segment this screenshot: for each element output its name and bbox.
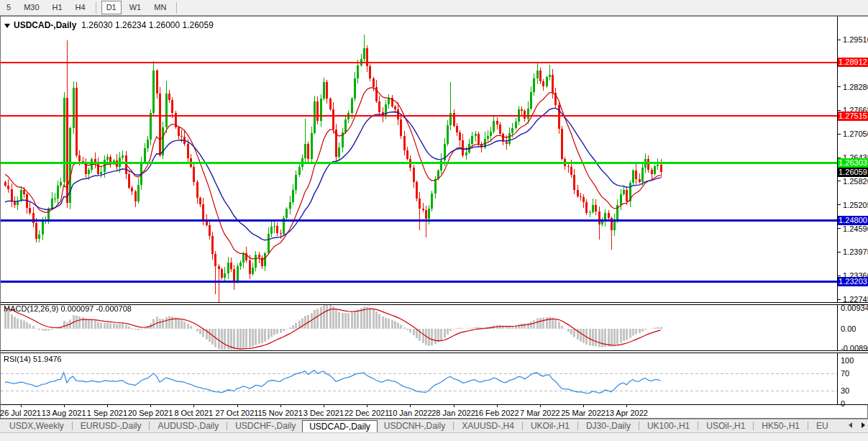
date-label: 15 Nov 2021 [257, 409, 302, 417]
date-tick [64, 405, 65, 407]
price-tick: 1.25205 [838, 200, 868, 209]
date-tick [583, 405, 584, 407]
timeframe-button-d1[interactable]: D1 [101, 1, 122, 14]
rsi-value: 51.9476 [33, 355, 62, 363]
date-label: 13 Apr 2022 [606, 409, 648, 417]
chart-tab-usdcnh-daily[interactable]: USDCNH-,Daily [378, 420, 452, 432]
toolbar-separator [176, 2, 177, 14]
date-label: 26 Jul 2021 [0, 409, 41, 417]
rsi-name: RSI(14) [4, 355, 31, 363]
macd-indicator-label: MACD(12,26,9) 0.000097 -0.000708 [4, 304, 132, 313]
date-label: 20 Sep 2021 [128, 409, 173, 417]
price-chart-canvas[interactable] [1, 17, 837, 405]
price-badge-1-28912: 1.28912 [838, 58, 868, 67]
date-tick [150, 405, 151, 407]
timeframe-button-5[interactable]: 5 [1, 1, 16, 14]
date-tick [21, 405, 22, 407]
macd-name: MACD(12,26,9) [4, 304, 58, 313]
tab-separator [453, 422, 454, 430]
chart-tab-uk100-h1[interactable]: UK100-,H1 [641, 420, 696, 432]
price-tick: 1.28280 [838, 82, 868, 91]
chart-tab-usdx-weekly[interactable]: USDX,Weekly [3, 420, 70, 432]
symbol-name: USDCAD-,Daily [14, 20, 76, 30]
chart-tab-hk50-h1[interactable]: HK50-,H1 [755, 420, 806, 432]
date-label: 3 Dec 2021 [303, 409, 344, 417]
date-tick [497, 405, 498, 407]
level-line-1-28912[interactable] [1, 62, 837, 63]
symbol-dropdown-icon[interactable] [4, 24, 10, 28]
timeframe-toolbar[interactable]: 5M30H1H4D1W1MN [0, 0, 868, 16]
rsi-axis-label: 100 [841, 356, 854, 365]
tab-scroll-left-icon[interactable] [846, 420, 854, 430]
tab-separator [753, 422, 754, 430]
tab-separator [698, 422, 698, 430]
tab-separator [577, 422, 578, 430]
price-badge-1-23203: 1.23203 [838, 277, 868, 286]
timeframe-button-mn[interactable]: MN [149, 1, 171, 14]
level-line-1-27515[interactable] [1, 115, 837, 117]
rsi-pane-bottom-border [1, 404, 868, 405]
tab-scroll-arrows [846, 420, 867, 430]
date-label: 25 Mar 2022 [561, 409, 606, 417]
timeframe-button-w1[interactable]: W1 [124, 1, 147, 14]
tab-scroll-right-icon[interactable] [859, 420, 867, 430]
date-tick [626, 405, 627, 407]
date-label: 16 Feb 2022 [475, 409, 519, 417]
date-tick [237, 405, 238, 407]
price-badge-1-26303: 1.26303 [838, 158, 868, 168]
tab-separator [639, 422, 639, 430]
timeframe-button-h4[interactable]: H4 [70, 1, 91, 14]
status-bar [0, 432, 868, 441]
level-line-1-23203[interactable] [1, 281, 837, 283]
chart-tab-audusd-daily[interactable]: AUDUSD-,Daily [151, 420, 225, 432]
tab-separator [522, 422, 523, 430]
chart-window: USDCAD-,Daily 1.26030 1.26234 1.26000 1.… [0, 16, 868, 419]
date-tick [324, 405, 324, 407]
chart-tab-bar[interactable]: USDX,WeeklyEURUSD-,DailyAUDUSD-,DailyUSD… [0, 419, 868, 432]
timeframe-button-m30[interactable]: M30 [19, 1, 44, 14]
price-badge-1-27515: 1.27515 [838, 112, 868, 121]
date-label: 22 Dec 2021 [344, 409, 389, 417]
chart-title: USDCAD-,Daily 1.26030 1.26234 1.26000 1.… [4, 20, 214, 30]
date-label: 8 Oct 2021 [174, 409, 213, 417]
timeframe-button-h1[interactable]: H1 [47, 1, 68, 14]
date-label: 7 Mar 2022 [520, 409, 560, 417]
toolbar-separator [96, 2, 96, 14]
chart-tab-dj30-daily[interactable]: DJ30-,Daily [580, 420, 637, 432]
tab-separator [227, 422, 227, 430]
date-tick [280, 405, 281, 407]
date-tick [454, 405, 454, 407]
price-badge-1-24800: 1.24800 [838, 216, 868, 225]
tab-separator [149, 422, 150, 430]
rsi-axis-label: 30 [841, 386, 849, 396]
chart-tab-eu[interactable]: EU [810, 420, 835, 432]
date-label: 10 Jan 2022 [388, 409, 432, 417]
level-line-1-24800[interactable] [1, 219, 837, 222]
rsi-axis-label: 70 [841, 369, 849, 378]
price-tick: 1.29510 [838, 35, 868, 45]
date-label: 27 Oct 2021 [216, 409, 259, 417]
tab-separator [72, 422, 73, 430]
tab-separator [808, 422, 808, 430]
chart-tab-usoil-h1[interactable]: USOil-,H1 [700, 420, 751, 432]
date-tick [367, 405, 367, 407]
chart-tab-xauusd-h4[interactable]: XAUUSD-,H4 [455, 420, 521, 432]
macd-values: 0.000097 -0.000708 [60, 304, 131, 313]
macd-axis-label: 0.00 [841, 324, 856, 334]
date-tick [540, 405, 541, 407]
rsi-indicator-label: RSI(14) 51.9476 [4, 355, 62, 363]
chart-tab-usdchf-daily[interactable]: USDCHF-,Daily [229, 420, 302, 432]
ohlc-values: 1.26030 1.26234 1.26000 1.26059 [81, 20, 214, 30]
price-tick: 1.24590 [838, 224, 868, 233]
price-tick: 1.23975 [838, 247, 868, 257]
chart-tab-usdcad-daily[interactable]: USDCAD-,Daily [302, 420, 378, 432]
current-price-badge: 1.26059 [838, 168, 868, 177]
chart-tab-eurusd-daily[interactable]: EURUSD-,Daily [74, 420, 148, 432]
chart-tab-ukoil-h1[interactable]: UKOil-,H1 [524, 420, 576, 432]
price-tick: 1.25820 [838, 176, 868, 186]
pane-separator-main-macd[interactable] [1, 302, 868, 305]
date-tick [410, 405, 411, 407]
level-line-1-26303[interactable] [1, 162, 837, 164]
pane-separator-macd-rsi[interactable] [1, 350, 868, 353]
date-label: 28 Jan 2022 [431, 409, 475, 417]
